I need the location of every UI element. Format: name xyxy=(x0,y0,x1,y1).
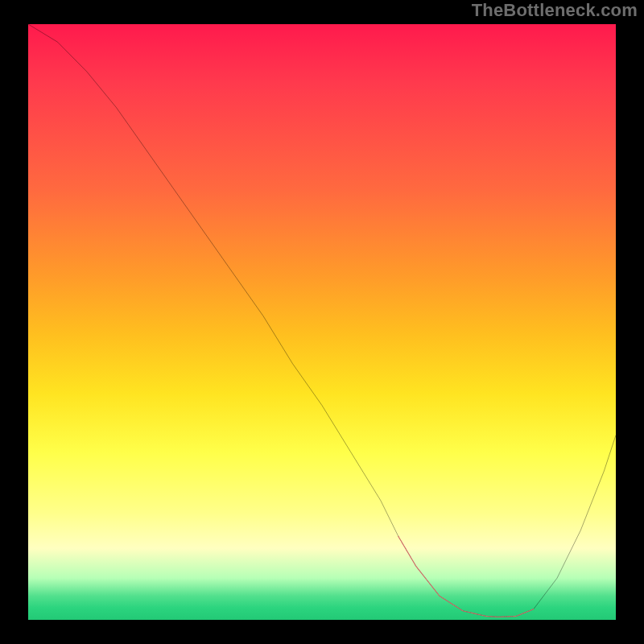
main-curve xyxy=(28,24,616,617)
watermark-text: TheBottleneck.com xyxy=(472,0,638,21)
chart-svg xyxy=(28,24,616,620)
chart-frame: TheBottleneck.com xyxy=(0,0,644,644)
flat-segment-highlight xyxy=(398,536,534,617)
plot-area xyxy=(28,24,616,620)
